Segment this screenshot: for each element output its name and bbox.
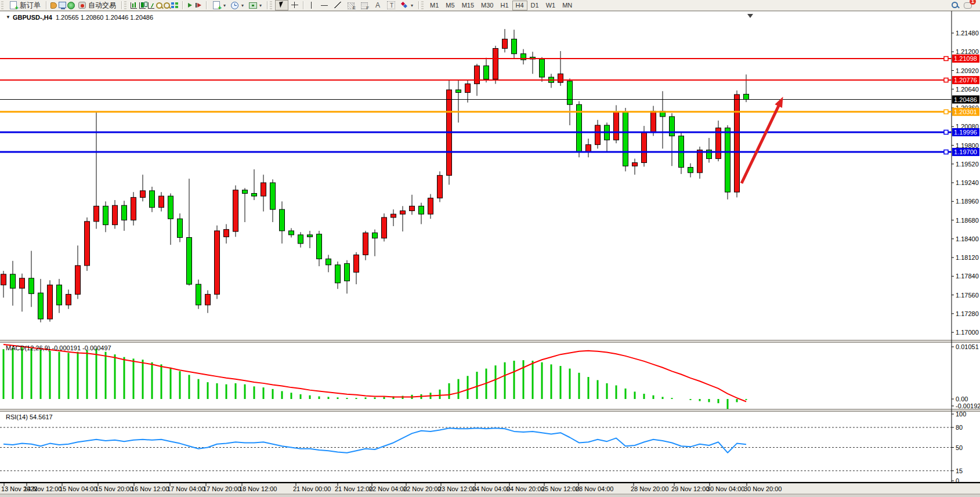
candle-body	[623, 112, 628, 166]
search-icon[interactable]	[951, 1, 959, 9]
time-axis-label: 28 Nov 20:00	[631, 485, 668, 492]
fibonacci-tool-button[interactable]	[358, 0, 371, 10]
candle-body	[289, 231, 294, 235]
template-button[interactable]: ▾	[246, 0, 264, 10]
vertical-line-icon	[307, 1, 316, 9]
hline-handle[interactable]	[944, 130, 948, 134]
chart-title: ▼GBPUSD-,H4 1.20565 1.20860 1.20446 1.20…	[6, 14, 153, 21]
zoom-out-icon[interactable]	[163, 2, 171, 9]
time-axis-label: 14 Nov 12:00	[24, 485, 62, 492]
auto-scroll-icon[interactable]	[186, 1, 194, 9]
candle-body	[38, 293, 44, 319]
rsi-name: RSI(14)	[6, 413, 28, 420]
chart-shift-icon[interactable]	[194, 1, 203, 9]
price-badge-label: 1.21098	[954, 55, 977, 62]
main-chart-pane[interactable]	[0, 11, 980, 340]
periodicity-button[interactable]: ▾	[228, 0, 246, 10]
candle-body	[456, 90, 461, 93]
candle-body	[252, 193, 257, 196]
tile-windows-icon[interactable]	[171, 1, 179, 9]
new-order-button[interactable]: 新订单	[6, 0, 43, 10]
bar-chart-icon[interactable]	[131, 2, 137, 9]
candle-body	[243, 190, 248, 194]
hline-handle[interactable]	[944, 57, 948, 61]
macd-values: -0.000191 -0.000497	[52, 344, 111, 351]
price-badge-label: 1.20486	[954, 96, 977, 103]
text-tool-button[interactable]	[371, 0, 385, 10]
candle-body	[233, 190, 238, 231]
candle-body	[159, 196, 164, 208]
hline-tool-button[interactable]	[318, 0, 331, 10]
time-axis-label: 16 Nov 12:00	[131, 485, 169, 492]
new-order-label: 新订单	[20, 1, 41, 10]
collapse-triangle-icon[interactable]: ▼	[6, 14, 10, 20]
timeframe-d1-button[interactable]: D1	[527, 1, 543, 10]
timeframe-m5-button[interactable]: M5	[442, 1, 458, 10]
timeframe-m30-button[interactable]: M30	[478, 1, 497, 10]
autotrading-label: 自动交易	[88, 1, 116, 10]
candle-body	[614, 112, 619, 140]
price-badge-label: 1.20776	[954, 77, 977, 84]
hline-handle[interactable]	[944, 78, 948, 82]
market-watch-icon[interactable]	[58, 1, 67, 9]
autotrading-button[interactable]: 自动交易	[75, 0, 118, 10]
new-chart-button[interactable]: ▾	[209, 0, 228, 10]
line-chart-icon[interactable]	[148, 2, 154, 9]
macd-axis-label: 0.00	[956, 396, 968, 402]
price-tick-label: 1.21200	[956, 48, 979, 55]
candle-body	[178, 219, 183, 237]
macd-pane[interactable]	[0, 343, 980, 409]
candle-body	[140, 191, 146, 198]
time-axis-label: 29 Nov 12:00	[671, 485, 709, 492]
price-tick-label: 1.18960	[956, 198, 979, 205]
candle-body	[428, 198, 433, 215]
zoom-in-icon[interactable]	[156, 2, 163, 9]
time-axis-label: 17 Nov 04:00	[167, 485, 205, 492]
arrows-tool-button[interactable]: ▾	[397, 0, 415, 10]
candle-body	[29, 278, 34, 293]
crosshair-tool-button[interactable]	[288, 0, 302, 10]
time-axis-label: 22 Nov 04:00	[369, 485, 407, 492]
time-axis-label: 24 Nov 04:00	[472, 485, 510, 492]
timeframe-h1-button[interactable]: H1	[497, 1, 512, 10]
timeframe-m15-button[interactable]: M15	[458, 1, 478, 10]
candle-body	[57, 285, 62, 305]
time-axis-label: 21 Nov 00:00	[293, 485, 331, 492]
time-axis-label: 18 Nov 12:00	[239, 485, 277, 492]
candle-body	[697, 150, 703, 173]
candle-body	[94, 206, 99, 221]
vline-tool-button[interactable]	[305, 0, 318, 10]
toolbar-grip[interactable]	[1, 1, 3, 9]
chat-notification-badge: 1	[970, 0, 976, 5]
candle-body	[20, 278, 25, 288]
price-badge-label: 1.19700	[954, 148, 977, 155]
rsi-axis-label: 100	[956, 411, 966, 418]
candlestick-chart-icon[interactable]	[139, 2, 146, 9]
trendline-tool-button[interactable]	[331, 0, 345, 10]
timeframe-m1-button[interactable]: M1	[426, 1, 442, 10]
candle-body	[224, 230, 229, 237]
candle-body	[595, 125, 601, 144]
candle-body	[354, 255, 359, 272]
candle-body	[131, 197, 136, 220]
candle-body	[632, 162, 638, 166]
label-tool-button[interactable]	[385, 0, 397, 10]
hline-handle[interactable]	[944, 110, 948, 114]
candle-body	[122, 205, 127, 220]
candle-body	[744, 94, 749, 99]
rsi-axis-label: 50	[956, 444, 963, 451]
timeframe-h4-button[interactable]: H4	[512, 1, 527, 10]
sound-icon[interactable]	[49, 1, 58, 9]
rsi-pane[interactable]	[0, 412, 980, 482]
web-community-icon[interactable]	[67, 1, 75, 9]
channel-tool-button[interactable]	[345, 0, 358, 10]
chat-icon[interactable]: 1	[964, 1, 972, 9]
chart-canvas[interactable]: 1.214801.212001.209201.206401.203601.200…	[0, 10, 980, 497]
price-tick-label: 1.21480	[956, 30, 979, 37]
timeframe-mn-button[interactable]: MN	[559, 1, 576, 10]
cursor-tool-button[interactable]	[275, 0, 288, 10]
rsi-axis-label: 0	[956, 477, 959, 484]
candle-body	[400, 211, 406, 214]
timeframe-w1-button[interactable]: W1	[543, 1, 559, 10]
hline-handle[interactable]	[944, 150, 948, 154]
